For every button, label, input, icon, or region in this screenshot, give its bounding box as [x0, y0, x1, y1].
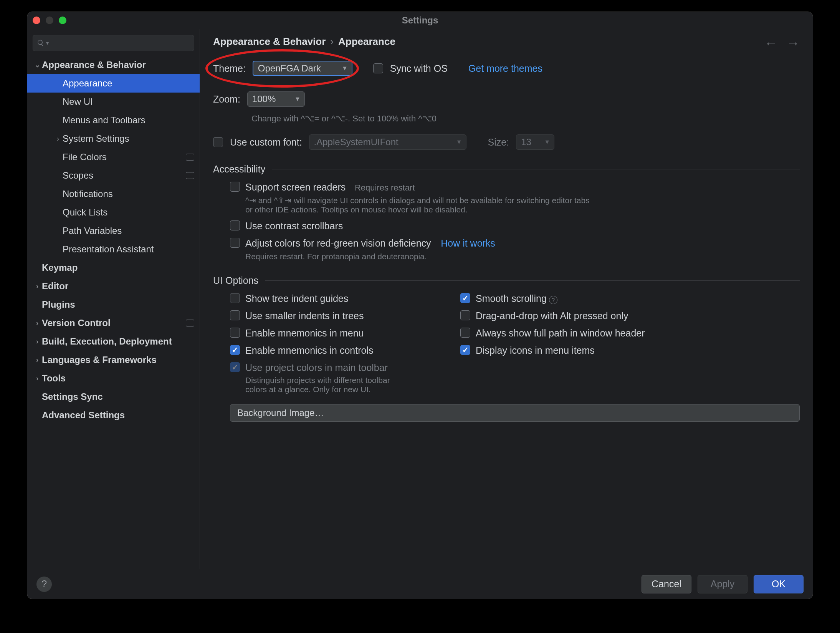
- info-icon[interactable]: ?: [549, 296, 557, 304]
- option-label: Use project colors in main toolbar: [245, 362, 388, 373]
- size-select[interactable]: 13 ▼: [516, 134, 554, 150]
- section-title-text: Accessibility: [213, 164, 265, 175]
- sidebar-item-quick-lists[interactable]: Quick Lists: [27, 203, 200, 222]
- sidebar-item-scopes[interactable]: Scopes: [27, 166, 200, 185]
- option-row: Enable mnemonics in controls: [230, 345, 430, 356]
- search-field[interactable]: ▾: [33, 35, 194, 51]
- titlebar: Settings: [27, 12, 813, 29]
- sidebar-item-label: Languages & Frameworks: [42, 355, 157, 365]
- sidebar-item-label: Settings Sync: [42, 391, 103, 402]
- sidebar-item-label: Editor: [42, 281, 68, 292]
- tree-arrow-icon: ›: [53, 135, 63, 143]
- tree-arrow-icon: ⌄: [33, 61, 42, 69]
- settings-main: ← → Appearance & Behavior › Appearance T…: [200, 29, 813, 569]
- window-title: Settings: [402, 15, 438, 26]
- minimize-window-button[interactable]: [46, 17, 53, 24]
- screen-readers-checkbox[interactable]: [230, 182, 240, 192]
- option-checkbox[interactable]: [230, 310, 240, 320]
- tree-arrow-icon: ›: [33, 338, 42, 346]
- ui-options-right: Smooth scrolling?Drag-and-drop with Alt …: [460, 293, 660, 400]
- get-more-themes-link[interactable]: Get more themes: [468, 63, 542, 74]
- option-checkbox[interactable]: [230, 328, 240, 338]
- sidebar-item-advanced-settings[interactable]: Advanced Settings: [27, 406, 200, 424]
- option-checkbox[interactable]: [460, 328, 470, 338]
- sidebar-item-editor[interactable]: ›Editor: [27, 277, 200, 295]
- option-checkbox[interactable]: [230, 293, 240, 303]
- how-it-works-link[interactable]: How it works: [441, 238, 495, 249]
- color-deficiency-label: Adjust colors for red-green vision defic…: [245, 238, 431, 249]
- sidebar-item-label: Scopes: [63, 170, 93, 181]
- option-hint: Distinguish projects with different tool…: [245, 376, 399, 394]
- sidebar-item-label: Version Control: [42, 318, 111, 328]
- option-checkbox[interactable]: [460, 345, 470, 355]
- sidebar-item-keymap[interactable]: Keymap: [27, 259, 200, 277]
- cancel-button[interactable]: Cancel: [642, 575, 691, 593]
- accessibility-section: Accessibility: [213, 164, 800, 175]
- custom-font-checkbox[interactable]: [213, 137, 223, 147]
- sidebar-item-plugins[interactable]: Plugins: [27, 295, 200, 314]
- sidebar-item-new-ui[interactable]: New UI: [27, 93, 200, 111]
- sidebar-item-notifications[interactable]: Notifications: [27, 185, 200, 203]
- forward-button[interactable]: →: [787, 36, 800, 51]
- sidebar-item-label: Path Variables: [63, 225, 122, 236]
- contrast-scrollbars-checkbox[interactable]: [230, 220, 240, 230]
- ui-options-left: Show tree indent guidesUse smaller inden…: [230, 293, 430, 400]
- sidebar-item-label: Notifications: [63, 189, 113, 199]
- size-label: Size:: [488, 137, 509, 148]
- font-select[interactable]: .AppleSystemUIFont ▼: [309, 134, 466, 150]
- color-deficiency-checkbox[interactable]: [230, 238, 240, 248]
- sidebar-item-presentation-assistant[interactable]: Presentation Assistant: [27, 240, 200, 259]
- search-icon: [37, 39, 45, 47]
- background-image-button[interactable]: Background Image…: [230, 404, 800, 422]
- sidebar-item-menus-and-toolbars[interactable]: Menus and Toolbars: [27, 111, 200, 129]
- sidebar-item-label: New UI: [63, 96, 93, 107]
- theme-select[interactable]: OpenFGA Dark ▼: [253, 61, 352, 76]
- ok-button[interactable]: OK: [754, 575, 804, 593]
- sidebar-item-appearance-behavior[interactable]: ⌄Appearance & Behavior: [27, 56, 200, 74]
- sidebar-item-path-variables[interactable]: Path Variables: [27, 222, 200, 240]
- sync-with-os-checkbox[interactable]: [373, 63, 383, 73]
- zoom-row: Zoom: 100% ▼: [213, 91, 800, 107]
- sidebar-item-version-control[interactable]: ›Version Control: [27, 314, 200, 332]
- color-deficiency-hint: Requires restart. For protanopia and deu…: [245, 252, 495, 261]
- sidebar-item-label: Plugins: [42, 299, 75, 310]
- breadcrumb-leaf: Appearance: [338, 36, 395, 48]
- zoom-value: 100%: [252, 94, 276, 104]
- traffic-lights: [33, 17, 66, 24]
- theme-row: Theme: OpenFGA Dark ▼ Sync with OS Get m…: [213, 61, 800, 76]
- sidebar-item-tools[interactable]: ›Tools: [27, 369, 200, 388]
- apply-button[interactable]: Apply: [698, 575, 747, 593]
- option-checkbox[interactable]: [230, 345, 240, 355]
- option-row: Use project colors in main toolbarDistin…: [230, 362, 430, 394]
- help-button[interactable]: ?: [36, 577, 52, 592]
- option-checkbox[interactable]: [460, 293, 470, 303]
- restart-hint: Requires restart: [355, 183, 415, 192]
- sidebar-item-file-colors[interactable]: File Colors: [27, 148, 200, 166]
- option-label: Use smaller indents in trees: [245, 310, 364, 321]
- option-checkbox[interactable]: [460, 310, 470, 320]
- option-label: Drag-and-drop with Alt pressed only: [476, 310, 628, 321]
- sidebar-item-build-execution-deployment[interactable]: ›Build, Execution, Deployment: [27, 332, 200, 351]
- zoom-window-button[interactable]: [59, 17, 66, 24]
- close-window-button[interactable]: [33, 17, 40, 24]
- option-label: Smooth scrolling: [476, 293, 547, 304]
- sidebar-item-label: Appearance: [63, 78, 112, 89]
- size-value: 13: [521, 137, 531, 147]
- sidebar-item-label: Advanced Settings: [42, 410, 125, 421]
- back-button[interactable]: ←: [764, 36, 777, 51]
- sidebar-item-languages-frameworks[interactable]: ›Languages & Frameworks: [27, 351, 200, 369]
- sidebar-item-label: Menus and Toolbars: [63, 115, 146, 126]
- contrast-scrollbars-row: Use contrast scrollbars: [230, 220, 800, 232]
- sidebar-item-label: Build, Execution, Deployment: [42, 336, 172, 347]
- tree-arrow-icon: ›: [33, 356, 42, 364]
- sidebar-item-system-settings[interactable]: ›System Settings: [27, 129, 200, 148]
- sidebar-item-appearance[interactable]: Appearance: [27, 74, 200, 93]
- tree-arrow-icon: ›: [33, 319, 42, 327]
- scope-tag-icon: [186, 154, 194, 161]
- zoom-select[interactable]: 100% ▼: [247, 91, 305, 107]
- breadcrumb-root[interactable]: Appearance & Behavior: [213, 36, 326, 48]
- sidebar-item-label: System Settings: [63, 133, 129, 144]
- zoom-hint: Change with ^⌥= or ^⌥-. Set to 100% with…: [251, 114, 800, 124]
- option-label: Enable mnemonics in controls: [245, 345, 374, 356]
- sidebar-item-settings-sync[interactable]: Settings Sync: [27, 388, 200, 406]
